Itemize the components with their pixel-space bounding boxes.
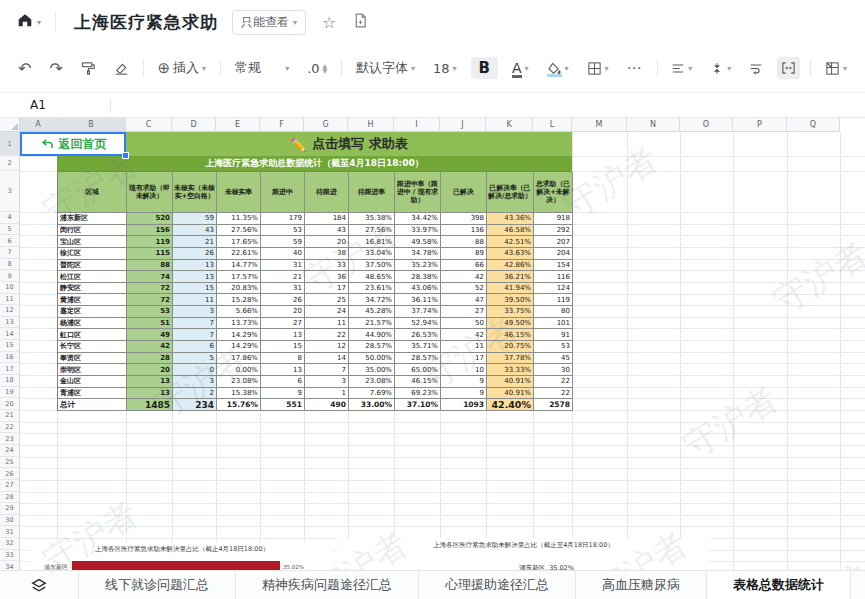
row-header-33[interactable]: 33 — [0, 550, 20, 562]
row-header-26[interactable]: 26 — [0, 468, 20, 480]
table-cell[interactable]: 28.57% — [349, 341, 395, 353]
row-header-27[interactable]: 27 — [0, 480, 20, 492]
table-cell[interactable]: 30 — [534, 364, 573, 376]
table-cell[interactable]: 徐汇区 — [58, 248, 127, 260]
table-cell[interactable]: 42.40% — [487, 399, 534, 411]
table-cell[interactable]: 17 — [441, 353, 487, 365]
table-cell[interactable]: 179 — [261, 213, 305, 225]
table-cell[interactable]: 17 — [305, 283, 349, 295]
row-header-23[interactable]: 23 — [0, 433, 20, 445]
table-cell[interactable]: 黄浦区 — [58, 294, 127, 306]
table-cell[interactable]: 184 — [305, 213, 349, 225]
row-header-25[interactable]: 25 — [0, 457, 20, 469]
column-header-M[interactable]: M — [572, 118, 627, 132]
column-header-E[interactable]: E — [216, 118, 260, 132]
sheet-tab[interactable]: 线下就诊问题汇总 — [78, 571, 236, 599]
table-cell[interactable]: 0 — [173, 364, 217, 376]
table-cell[interactable]: 35.23% — [395, 260, 441, 272]
row-header-18[interactable]: 18 — [0, 375, 20, 387]
table-cell[interactable]: 52.94% — [395, 318, 441, 330]
table-header-cell[interactable]: 现有求助（即未解决） — [127, 172, 173, 213]
row-header-21[interactable]: 21 — [0, 410, 20, 422]
table-cell[interactable]: 3 — [173, 376, 217, 388]
table-cell[interactable]: 14 — [305, 353, 349, 365]
table-cell[interactable]: 13 — [127, 388, 173, 400]
table-cell[interactable]: 33.33% — [487, 364, 534, 376]
table-header-cell[interactable]: 待跟进率 — [349, 172, 395, 213]
format-painter-button[interactable] — [77, 57, 100, 80]
row-header-4[interactable]: 4 — [0, 212, 20, 224]
column-header-B[interactable]: B — [57, 118, 126, 132]
table-cell[interactable]: 43.63% — [487, 248, 534, 260]
column-header-C[interactable]: C — [126, 118, 172, 132]
table-cell[interactable]: 45.28% — [349, 306, 395, 318]
table-cell[interactable]: 918 — [534, 213, 573, 225]
table-header-cell[interactable]: 未核实（未核实+空白格） — [173, 172, 217, 213]
row-header-32[interactable]: 32 — [0, 538, 20, 550]
table-cell[interactable]: 36 — [305, 271, 349, 283]
table-cell[interactable]: 124 — [534, 283, 573, 295]
table-cell[interactable]: 奉贤区 — [58, 353, 127, 365]
column-header-P[interactable]: P — [733, 118, 787, 132]
table-cell[interactable]: 宝山区 — [58, 236, 127, 248]
sheet-tab[interactable]: 心理援助途径汇总 — [419, 571, 576, 599]
table-cell[interactable]: 52 — [441, 283, 487, 295]
table-cell[interactable]: 松江区 — [58, 271, 127, 283]
table-cell[interactable]: 闵行区 — [58, 225, 127, 237]
table-cell[interactable]: 207 — [534, 236, 573, 248]
more-tools-button[interactable]: ⋯ — [623, 55, 647, 81]
table-cell[interactable]: 33.97% — [395, 225, 441, 237]
table-cell[interactable]: 234 — [173, 399, 217, 411]
vertical-align-button[interactable]: ▾ — [706, 58, 735, 79]
row-header-17[interactable]: 17 — [0, 363, 20, 375]
column-header-L[interactable]: L — [533, 118, 572, 132]
selection-handle[interactable] — [122, 152, 129, 159]
table-cell[interactable]: 14.29% — [217, 329, 261, 341]
table-cell[interactable]: 42 — [127, 341, 173, 353]
undo-button[interactable]: ↶ — [14, 55, 35, 82]
table-cell[interactable]: 6 — [173, 341, 217, 353]
table-cell[interactable]: 15.28% — [217, 294, 261, 306]
table-cell[interactable]: 49.50% — [487, 318, 534, 330]
table-cell[interactable]: 13 — [127, 376, 173, 388]
table-cell[interactable]: 21 — [261, 271, 305, 283]
table-cell[interactable]: 42.86% — [487, 260, 534, 272]
font-select[interactable]: 默认字体 ▾ — [352, 55, 419, 81]
table-cell[interactable]: 23.08% — [349, 376, 395, 388]
table-cell[interactable]: 5 — [173, 353, 217, 365]
table-cell[interactable]: 9 — [261, 388, 305, 400]
table-cell[interactable]: 53 — [534, 341, 573, 353]
table-cell[interactable]: 88 — [127, 260, 173, 272]
table-cell[interactable]: 27.56% — [349, 225, 395, 237]
table-cell[interactable]: 37.10% — [395, 399, 441, 411]
row-header-14[interactable]: 14 — [0, 328, 20, 340]
table-cell[interactable]: 48.65% — [349, 271, 395, 283]
table-cell[interactable]: 119 — [127, 236, 173, 248]
table-cell[interactable]: 40.91% — [487, 388, 534, 400]
formula-input[interactable] — [111, 93, 865, 117]
table-cell[interactable]: 22.61% — [217, 248, 261, 260]
sheet-tab[interactable]: 高血压糖尿病 — [576, 571, 707, 599]
row-header-2[interactable]: 2 — [0, 156, 20, 171]
home-button[interactable]: ▾ — [16, 11, 41, 33]
table-cell[interactable]: 66 — [441, 260, 487, 272]
row-header-11[interactable]: 11 — [0, 294, 20, 306]
table-cell[interactable]: 28.57% — [395, 353, 441, 365]
table-header-cell[interactable]: 已解决 — [441, 172, 487, 213]
table-cell[interactable]: 45 — [534, 353, 573, 365]
row-header-30[interactable]: 30 — [0, 515, 20, 527]
table-cell[interactable]: 88 — [441, 236, 487, 248]
table-cell[interactable]: 25 — [305, 294, 349, 306]
text-wrap-button[interactable] — [745, 58, 767, 79]
table-cell[interactable]: 33.75% — [487, 306, 534, 318]
permission-badge[interactable]: 只能查看 ▾ — [232, 10, 306, 35]
table-header-cell[interactable]: 待跟进 — [305, 172, 349, 213]
insert-button[interactable]: ⊕ 插入 ▾ — [154, 55, 211, 81]
table-cell[interactable]: 11 — [305, 318, 349, 330]
table-cell[interactable]: 59 — [173, 213, 217, 225]
table-cell[interactable]: 33.00% — [349, 399, 395, 411]
font-size-select[interactable]: 18 ▾ — [429, 57, 461, 80]
table-cell[interactable]: 42 — [441, 329, 487, 341]
table-cell[interactable]: 1485 — [127, 399, 173, 411]
table-cell[interactable]: 44.90% — [349, 329, 395, 341]
